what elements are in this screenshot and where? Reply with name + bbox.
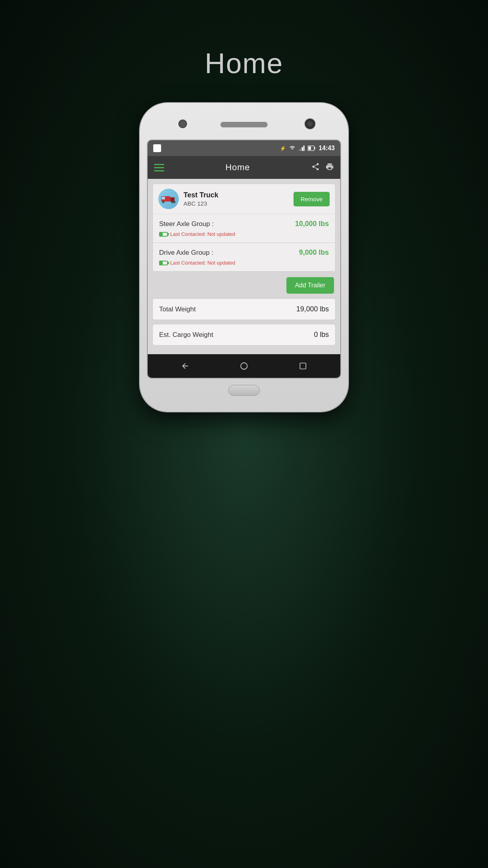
total-weight-box: Total Weight 19,000 lbs <box>152 298 336 320</box>
svg-point-11 <box>174 202 175 203</box>
hamburger-menu-icon[interactable] <box>154 164 164 171</box>
truck-header: Test Truck ABC 123 Remove <box>153 184 335 214</box>
cargo-weight-value: 0 lbs <box>314 331 329 339</box>
add-trailer-container: Add Trailer <box>152 272 336 298</box>
steer-axle-row: Steer Axle Group : 10,000 lbs <box>159 220 329 228</box>
cargo-weight-box: Est. Cargo Weight 0 lbs <box>152 324 336 346</box>
recents-button[interactable] <box>293 356 313 376</box>
bottom-nav <box>148 354 340 378</box>
signal-icon <box>299 145 305 151</box>
home-button[interactable] <box>234 356 254 376</box>
battery-small-icon-2 <box>159 261 168 265</box>
truck-card: Test Truck ABC 123 Remove Steer Axle Gro… <box>152 184 336 272</box>
print-icon[interactable] <box>325 162 334 173</box>
steer-axle-last-contacted: Last Contacted: Not updated <box>159 231 329 237</box>
phone-shell: ⚡ <box>140 103 348 412</box>
svg-rect-4 <box>171 197 175 202</box>
truck-name: Test Truck <box>183 191 294 199</box>
app-header-title: Home <box>226 162 250 173</box>
svg-point-7 <box>163 202 164 203</box>
bluetooth-icon: ⚡ <box>280 145 286 151</box>
back-button[interactable] <box>175 356 195 376</box>
phone-bottom <box>147 385 341 396</box>
svg-point-12 <box>241 363 248 370</box>
svg-rect-2 <box>314 147 316 149</box>
status-time: 14:43 <box>319 145 335 152</box>
svg-point-9 <box>172 202 173 203</box>
status-bar: ⚡ <box>148 140 340 156</box>
battery-small-icon <box>159 232 168 237</box>
svg-rect-13 <box>300 363 306 369</box>
phone-screen: ⚡ <box>147 140 341 379</box>
speaker-icon <box>220 122 268 127</box>
truck-avatar <box>158 189 179 209</box>
drive-axle-label: Drive Axle Group : <box>159 249 213 257</box>
drive-axle-last-contacted: Last Contacted: Not updated <box>159 260 329 266</box>
share-icon[interactable] <box>311 162 320 173</box>
front-camera-icon <box>178 120 187 128</box>
steer-axle-label: Steer Axle Group : <box>159 220 214 228</box>
header-actions <box>311 162 334 173</box>
remove-truck-button[interactable]: Remove <box>294 192 330 206</box>
truck-plate: ABC 123 <box>183 200 294 207</box>
steer-axle-group: Steer Axle Group : 10,000 lbs Last Conta… <box>153 214 335 243</box>
rear-camera-icon <box>305 118 316 129</box>
android-icon <box>153 144 161 152</box>
total-weight-label: Total Weight <box>159 305 196 313</box>
truck-info: Test Truck ABC 123 <box>183 191 294 207</box>
phone-top <box>147 115 341 136</box>
status-bar-right: ⚡ <box>280 145 335 152</box>
svg-rect-5 <box>162 197 165 200</box>
app-header: Home <box>148 156 340 179</box>
battery-icon <box>308 145 316 151</box>
drive-axle-group: Drive Axle Group : 9,000 lbs Last Contac… <box>153 243 335 271</box>
add-trailer-button[interactable]: Add Trailer <box>286 277 334 294</box>
cargo-weight-label: Est. Cargo Weight <box>159 331 213 339</box>
total-weight-value: 19,000 lbs <box>296 305 329 313</box>
svg-rect-1 <box>308 147 311 150</box>
drive-axle-row: Drive Axle Group : 9,000 lbs <box>159 248 329 257</box>
steer-axle-weight: 10,000 lbs <box>295 220 329 228</box>
app-content: Test Truck ABC 123 Remove Steer Axle Gro… <box>148 179 340 354</box>
drive-axle-weight: 9,000 lbs <box>299 248 329 257</box>
wifi-icon <box>289 145 295 152</box>
status-bar-left <box>153 144 161 152</box>
physical-home-button[interactable] <box>228 385 260 396</box>
page-title: Home <box>205 47 283 79</box>
